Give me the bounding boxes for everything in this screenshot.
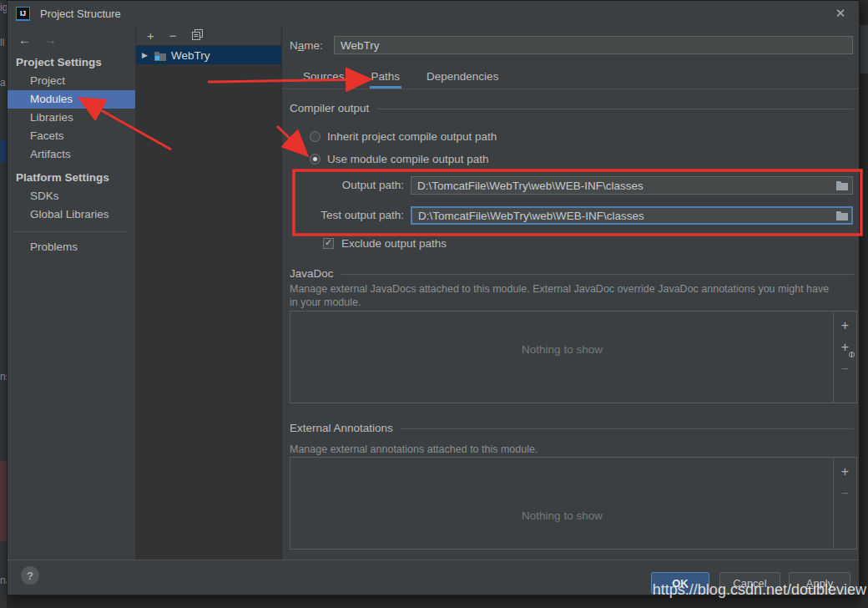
test-output-path-input[interactable] [411,206,853,225]
help-button[interactable]: ? [21,566,39,585]
background-ide-right-strip [860,0,868,608]
platform-settings-header: Platform Settings [8,169,135,187]
module-tabs: Sources Paths Dependencies [282,68,859,89]
javadoc-list-toolbar [833,312,856,403]
sidebar-item-artifacts[interactable]: Artifacts [8,145,135,164]
sidebar-item-global-libraries[interactable]: Global Libraries [8,205,135,224]
background-text-fragment: ig [0,2,7,13]
background-right-panel-edge [860,25,868,73]
output-path-field [411,176,853,195]
intellij-logo-icon: IJ [16,7,30,21]
section-rule [341,274,854,275]
checkbox-checked-icon[interactable] [323,238,334,249]
radio-icon[interactable] [310,131,320,142]
add-module-icon[interactable] [147,29,154,42]
dialog-title: Project Structure [40,8,121,20]
module-tree-row-webtry[interactable]: WebTry [136,46,281,64]
test-output-path-label: Test output path: [282,209,404,221]
apply-button[interactable]: Apply [789,572,850,594]
ok-button[interactable]: OK [651,572,709,594]
module-name: WebTry [171,49,210,62]
radio-selected-icon[interactable] [310,154,320,165]
remove-module-icon[interactable] [169,29,177,42]
sidebar-item-problems[interactable]: Problems [8,238,135,256]
background-text-fragment: na [0,575,7,586]
sidebar-item-facets[interactable]: Facets [8,127,135,145]
sidebar-item-modules[interactable]: Modules [8,90,135,109]
back-arrow-icon[interactable] [18,33,31,47]
background-text-fragment: ns [0,371,7,383]
dialog-titlebar[interactable]: IJ Project Structure [8,1,859,26]
background-ide-bottom-strip [7,595,860,608]
sidebar-item-project[interactable]: Project [8,72,135,90]
background-text-fragment: ll [0,37,7,48]
section-rule [401,428,854,429]
browse-folder-icon[interactable] [835,210,849,221]
history-nav [8,30,135,48]
dialog-body: Project Settings Project Modules Librari… [8,26,859,560]
javadoc-description: Manage external JavaDocs attached to thi… [290,283,839,309]
tab-dependencies[interactable]: Dependencies [425,69,500,89]
project-settings-header: Project Settings [8,53,135,72]
sidebar-item-libraries[interactable]: Libraries [8,109,135,127]
sidebar-divider [14,231,127,232]
external-annotations-section-header: External Annotations [290,422,854,434]
cancel-button[interactable]: Cancel [719,572,780,594]
modules-tree: WebTry [136,45,281,560]
inherit-output-radio[interactable]: Inherit project compile output path [310,130,497,143]
external-annotations-list[interactable]: Nothing to show [290,457,857,550]
add-javadoc-url-icon[interactable] [834,337,856,358]
copy-module-icon[interactable] [192,29,203,42]
test-output-path-field [411,206,853,225]
globe-icon [849,352,855,357]
javadoc-empty-text: Nothing to show [290,343,834,356]
output-path-label: Output path: [282,179,404,191]
remove-annotation-root-icon[interactable] [834,483,856,504]
background-ide-left-strip: ig ll a ns na [0,0,7,608]
add-javadoc-icon[interactable] [834,315,856,337]
settings-sidebar: Project Settings Project Modules Librari… [8,26,135,560]
add-annotation-root-icon[interactable] [834,461,856,483]
compiler-output-section-header: Compiler output [290,102,854,114]
remove-javadoc-icon[interactable] [834,358,856,380]
module-config-panel: Name: Sources Paths Dependencies Compile… [281,26,859,560]
forward-arrow-icon[interactable] [44,33,57,47]
use-module-output-radio[interactable]: Use module compile output path [310,153,489,165]
exclude-output-paths-checkbox[interactable]: Exclude output paths [323,237,447,250]
browse-folder-icon[interactable] [835,180,849,191]
external-annotations-list-toolbar [833,458,856,549]
modules-toolbar [136,26,281,45]
modules-tree-panel: WebTry [135,26,281,560]
external-annotations-empty-text: Nothing to show [290,509,834,522]
background-image-tint [0,461,7,541]
javadoc-list[interactable]: Nothing to show [290,311,857,403]
tab-sources[interactable]: Sources [301,69,346,89]
module-name-input[interactable] [334,36,853,54]
background-editor-selection [0,140,7,162]
javadoc-section-header: JavaDoc [290,267,854,280]
project-structure-dialog: IJ Project Structure Project Settings Pr… [7,0,860,595]
name-label: Name: [290,39,323,52]
background-text-fragment: a [0,77,7,89]
close-icon[interactable] [832,5,849,22]
external-annotations-description: Manage external annotations attached to … [290,443,839,457]
dialog-footer: ? OK Cancel Apply [8,560,859,595]
module-folder-icon [154,50,167,61]
sidebar-item-sdks[interactable]: SDKs [8,187,135,205]
tab-paths[interactable]: Paths [370,69,402,89]
section-rule [376,109,854,109]
expand-triangle-icon[interactable] [142,51,148,59]
output-path-input[interactable] [411,176,853,195]
